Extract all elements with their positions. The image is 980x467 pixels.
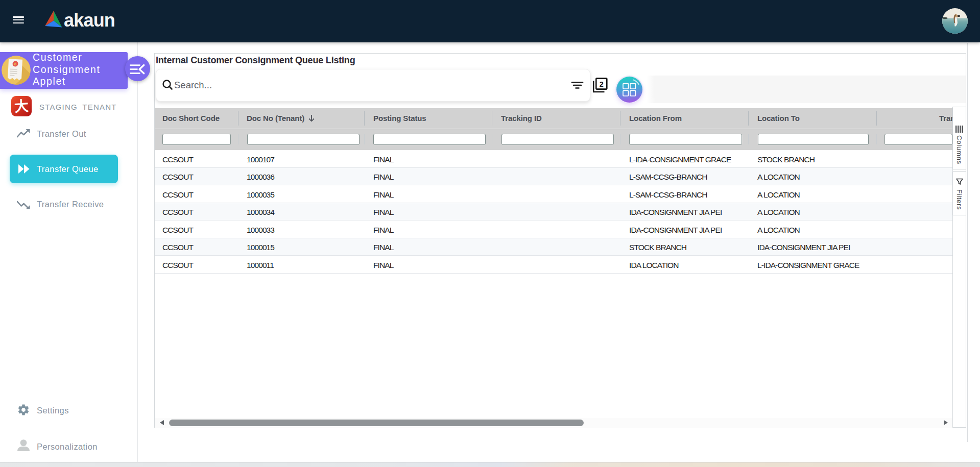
svg-text:2: 2 <box>600 80 604 88</box>
svg-text:大: 大 <box>14 98 29 115</box>
svg-text:8: 8 <box>14 62 17 66</box>
